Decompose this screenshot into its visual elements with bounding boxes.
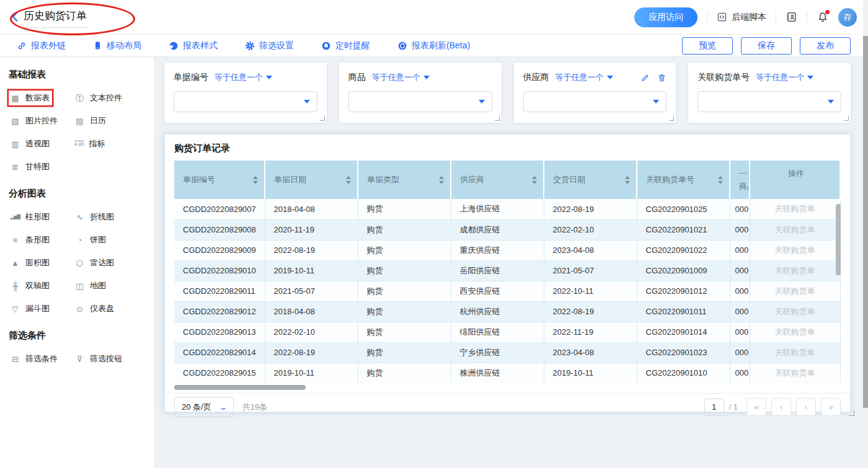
toolbar-item-report-style[interactable]: 报表样式 bbox=[169, 40, 218, 51]
avatar[interactable]: 存 bbox=[838, 8, 857, 27]
table-horizontal-scrollbar[interactable] bbox=[174, 385, 841, 390]
column-header-2[interactable]: 单据日期 bbox=[265, 161, 358, 199]
prev-page-button[interactable]: ‹ bbox=[771, 398, 791, 416]
sort-icon[interactable] bbox=[625, 176, 630, 184]
sidebar-item-column-chart[interactable]: ▂▅▇柱形图 bbox=[9, 210, 52, 224]
column-header-6[interactable]: 关联购货单号 bbox=[637, 161, 730, 199]
app-access-button[interactable]: 应用访问 bbox=[634, 7, 698, 27]
related-po-action-link[interactable]: 关联购货单 bbox=[750, 322, 840, 342]
cell-5: 2023-04-08 bbox=[544, 342, 637, 363]
page-scrollbar-thumb[interactable] bbox=[863, 36, 868, 408]
table-vertical-scrollbar[interactable] bbox=[836, 204, 841, 275]
page-scrollbar[interactable] bbox=[863, 0, 868, 468]
filter-value-select[interactable] bbox=[523, 91, 667, 112]
filter-widget-4[interactable]: 关联购货单号等于任意一个 bbox=[688, 63, 851, 123]
widget-resize-handle[interactable] bbox=[669, 116, 674, 121]
publish-button[interactable]: 发布 bbox=[800, 37, 851, 55]
filter-widget-1[interactable]: 单据编号等于任意一个 bbox=[164, 63, 327, 123]
sidebar-item-filter-button[interactable]: ⊽筛选按钮 bbox=[73, 351, 125, 366]
sort-icon[interactable] bbox=[253, 176, 258, 184]
cell-2: 2019-10-11 bbox=[265, 363, 358, 383]
filter-operator-dropdown[interactable]: 等于任意一个 bbox=[215, 72, 272, 83]
sidebar-item-metric[interactable]: 4,80指标 bbox=[73, 136, 108, 151]
sidebar-item-dual-axis-chart[interactable]: ╫双轴图 bbox=[9, 278, 52, 293]
last-page-button[interactable]: » bbox=[821, 398, 841, 416]
backend-script-button[interactable]: 后端脚本 bbox=[717, 12, 766, 23]
sort-icon[interactable] bbox=[718, 176, 723, 184]
filter-value-select[interactable] bbox=[174, 91, 317, 112]
back-chevron-icon[interactable] bbox=[9, 10, 22, 24]
toolbar-item-scheduled-reminder[interactable]: 定时提醒 bbox=[321, 40, 370, 51]
sidebar-item-text-widget[interactable]: Ⓣ文本控件 bbox=[73, 91, 125, 105]
related-po-action-link[interactable]: 关联购货单 bbox=[750, 260, 840, 281]
sidebar-item-data-table[interactable]: ▦数据表 bbox=[9, 91, 52, 105]
cell-1: CGDD20220829015 bbox=[174, 363, 265, 383]
filter-operator-dropdown[interactable]: 等于任意一个 bbox=[756, 72, 813, 83]
toolbar-item-report-refresh[interactable]: 报表刷新(Beta) bbox=[397, 40, 470, 51]
column-header-5[interactable]: 交货日期 bbox=[544, 161, 637, 199]
page-number-input[interactable]: 1 bbox=[704, 399, 724, 416]
cell-3: 购货 bbox=[358, 281, 451, 301]
cell-2: 2022-02-10 bbox=[265, 322, 358, 342]
related-po-action-link[interactable]: 关联购货单 bbox=[750, 342, 840, 363]
notification-bell-icon[interactable] bbox=[817, 11, 829, 24]
related-po-action-link[interactable]: 关联购货单 bbox=[750, 281, 840, 301]
sidebar-item-pivot-table[interactable]: ▥透视图 bbox=[9, 136, 52, 151]
next-page-button[interactable]: › bbox=[796, 398, 816, 416]
cell-4: 绵阳供应链 bbox=[451, 322, 544, 342]
hscroll-thumb[interactable] bbox=[174, 385, 306, 390]
sidebar-item-image-widget[interactable]: ▧图片控件 bbox=[9, 113, 60, 128]
select-caret-icon bbox=[304, 100, 310, 104]
related-po-action-link[interactable]: 关联购货单 bbox=[750, 363, 840, 383]
sidebar-item-radar-chart[interactable]: ⬡雷达图 bbox=[73, 255, 117, 270]
filter-value-select[interactable] bbox=[348, 91, 492, 112]
toolbar-item-mobile-layout[interactable]: 移动布局 bbox=[93, 40, 141, 51]
filter-value-select[interactable] bbox=[698, 91, 841, 112]
cell-1: CGDD20220829009 bbox=[174, 240, 265, 260]
sidebar-item-area-chart[interactable]: ▲面积图 bbox=[9, 255, 52, 270]
filter-operator-label: 等于任意一个 bbox=[215, 72, 263, 83]
column-header-1[interactable]: 单据编号 bbox=[174, 161, 265, 199]
delete-trash-icon[interactable] bbox=[657, 73, 666, 82]
sidebar-item-line-chart[interactable]: ∿折线图 bbox=[73, 210, 117, 224]
table-title: 购货订单记录 bbox=[174, 143, 841, 154]
sidebar-item-map-chart[interactable]: ◫地图 bbox=[73, 278, 108, 293]
widget-resize-handle[interactable] bbox=[844, 116, 849, 121]
edit-pencil-icon[interactable] bbox=[640, 73, 650, 82]
sidebar-item-funnel-chart[interactable]: ▽漏斗图 bbox=[9, 301, 52, 316]
toolbar-item-filter-settings[interactable]: 筛选设置 bbox=[245, 40, 294, 51]
sort-icon[interactable] bbox=[346, 176, 351, 184]
column-header-product-truncated[interactable]: —商品 bbox=[730, 161, 750, 199]
sidebar-item-filter-condition[interactable]: ⊟筛选条件 bbox=[9, 351, 60, 366]
code-square-icon bbox=[717, 12, 727, 22]
filter-condition-icon: ⊟ bbox=[10, 355, 20, 363]
related-po-action-link[interactable]: 关联购货单 bbox=[750, 219, 840, 240]
widget-resize-handle[interactable] bbox=[495, 116, 500, 121]
page-title[interactable]: 历史购货订单 bbox=[24, 9, 87, 28]
column-header-4[interactable]: 供应商 bbox=[451, 161, 544, 199]
page-size-select[interactable]: 20 条/页 ⌄ bbox=[174, 397, 234, 417]
related-po-action-link[interactable]: 关联购货单 bbox=[750, 301, 840, 322]
column-header-3[interactable]: 单据类型 bbox=[358, 161, 451, 199]
sidebar-item-bar-chart[interactable]: ≡条形图 bbox=[9, 232, 52, 247]
sidebar-item-gantt[interactable]: ≣甘特图 bbox=[9, 159, 52, 174]
data-table-widget[interactable]: 购货订单记录 单据编号单据日期单据类型供应商交货日期关联购货单号—商品操作 —驻… bbox=[164, 134, 851, 412]
sidebar-item-calendar[interactable]: ▤日历 bbox=[73, 113, 108, 128]
filter-widget-3[interactable]: 供应商等于任意一个 bbox=[514, 63, 676, 123]
filter-operator-dropdown[interactable]: 等于任意一个 bbox=[556, 72, 613, 83]
save-button[interactable]: 保存 bbox=[741, 37, 792, 55]
sort-icon[interactable] bbox=[532, 176, 537, 184]
widget-resize-handle[interactable] bbox=[320, 116, 325, 121]
sidebar-item-gauge-chart[interactable]: ⊙仪表盘 bbox=[73, 301, 117, 316]
preview-button[interactable]: 预览 bbox=[682, 37, 733, 55]
sort-icon[interactable] bbox=[439, 176, 444, 184]
widget-resize-handle[interactable] bbox=[849, 410, 854, 416]
first-page-button[interactable]: « bbox=[746, 398, 766, 416]
filter-operator-dropdown[interactable]: 等于任意一个 bbox=[372, 72, 430, 83]
filter-widget-2[interactable]: 商品等于任意一个 bbox=[339, 63, 502, 123]
toolbar-item-external-link[interactable]: 报表外链 bbox=[17, 40, 66, 51]
sidebar-item-pie-chart[interactable]: ◔饼图 bbox=[73, 232, 108, 247]
address-book-icon[interactable] bbox=[786, 11, 797, 23]
related-po-action-link[interactable]: 关联购货单 bbox=[750, 199, 840, 219]
related-po-action-link[interactable]: 关联购货单 bbox=[750, 240, 840, 260]
